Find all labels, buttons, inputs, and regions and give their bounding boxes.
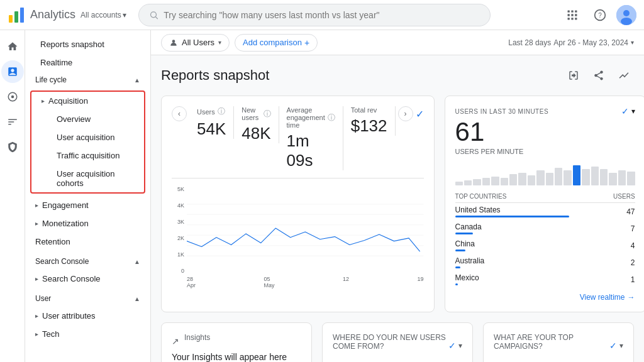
nav-item-user-attributes[interactable]: ▸ User attributes <box>25 307 145 325</box>
sidebar-item-configure[interactable] <box>1 136 24 158</box>
nav-section-lifecycle: Life cycle ▲ ▸ Acquisition Overview User… <box>25 72 150 251</box>
search-console-collapse-icon: ▲ <box>134 258 140 265</box>
svg-rect-12 <box>571 18 573 19</box>
new-users-header: WHERE DO YOUR NEW USERS COME FROM? ✓ ▾ <box>333 333 462 358</box>
realtime-actions: ✓ ▾ <box>621 106 635 116</box>
mini-bar-5 <box>491 177 499 185</box>
mini-bar-3 <box>473 179 480 185</box>
sidebar-item-explore[interactable] <box>1 85 24 108</box>
help-icon-button[interactable]: ? <box>589 4 611 26</box>
users-info-icon[interactable]: ⓘ <box>218 106 225 117</box>
lifecycle-header[interactable]: Life cycle ▲ <box>25 72 150 88</box>
user-collapse-icon: ▲ <box>134 295 140 302</box>
metric-engagement-value: 1m 09s <box>287 131 335 170</box>
chart-canvas: 28Apr 05May 12 19 <box>187 186 424 288</box>
bottom-cards: ↗ Insights Your Insights will appear her… <box>161 322 634 362</box>
table-row: Canada 7 <box>455 220 635 237</box>
svg-rect-7 <box>575 10 577 12</box>
add-comparison-button[interactable]: Add comparison + <box>235 34 318 52</box>
metric-revenue: Total rev $132 <box>343 106 396 136</box>
mini-bar-2 <box>464 180 472 185</box>
main-content: All Users ▾ Add comparison + Last 28 day… <box>151 30 644 362</box>
metrics-prev-button[interactable]: ‹ <box>172 106 187 121</box>
nav-item-reports-snapshot[interactable]: Reports snapshot <box>25 35 145 53</box>
campaigns-actions: ✓ ▾ <box>609 341 623 351</box>
date-range[interactable]: Last 28 days Apr 26 - May 23, 2024 ▾ <box>508 38 634 47</box>
countries-table: TOP COUNTRIES USERS United States 47 <box>455 190 635 288</box>
nav-item-realtime[interactable]: Realtime <box>25 53 145 72</box>
sidebar-icons <box>0 30 25 362</box>
svg-rect-11 <box>568 18 570 19</box>
nav-item-engagement[interactable]: ▸ Engagement <box>25 196 145 214</box>
main-layout: Reports snapshot Realtime Life cycle ▲ ▸… <box>0 30 644 362</box>
metric-new-users-label: New users ⓘ <box>242 106 270 121</box>
realtime-header: USERS IN LAST 30 MINUTES ✓ ▾ <box>455 106 635 116</box>
insights-card-title: Insights <box>184 333 210 342</box>
date-bar: All Users ▾ Add comparison + Last 28 day… <box>151 30 644 55</box>
nav-item-user-acquisition[interactable]: User acquisition <box>31 128 144 146</box>
mini-bar-6 <box>501 178 508 185</box>
all-users-filter[interactable]: All Users ▾ <box>161 34 230 52</box>
svg-rect-5 <box>568 10 570 12</box>
svg-rect-10 <box>575 14 577 16</box>
compare-icon-button[interactable] <box>564 65 584 85</box>
content-actions <box>564 65 634 85</box>
new-users-check-icon[interactable]: ✓ <box>448 341 456 351</box>
insights-title-area: ↗ Insights <box>172 333 210 349</box>
user-header[interactable]: User ▲ <box>25 290 150 307</box>
metric-new-users: New users ⓘ 48K <box>234 106 279 143</box>
search-bar[interactable] <box>138 4 491 26</box>
sidebar-item-home[interactable] <box>1 35 24 58</box>
insights-card: ↗ Insights Your Insights will appear her… <box>161 322 312 362</box>
insights-trend-icon: ↗ <box>172 336 179 346</box>
countries-col-header: TOP COUNTRIES <box>455 190 582 203</box>
search-input[interactable] <box>164 10 480 20</box>
search-icon <box>149 10 158 20</box>
insights-heading: Your Insights will appear here soon. <box>172 352 301 362</box>
nav-item-user-acquisition-cohorts[interactable]: User acquisition cohorts <box>31 165 144 192</box>
users-col-header: USERS <box>582 190 635 203</box>
country-bar-au <box>455 266 460 268</box>
share-icon <box>593 70 604 81</box>
metric-users: Users ⓘ 54K <box>189 106 234 139</box>
sidebar-item-reports[interactable] <box>1 60 24 83</box>
metrics-next-button[interactable]: › <box>398 106 413 121</box>
new-users-info-icon[interactable]: ⓘ <box>264 109 271 119</box>
nav-item-traffic-acquisition[interactable]: Traffic acquisition <box>31 146 144 165</box>
new-users-more-icon[interactable]: ▾ <box>458 341 462 350</box>
metric-users-value: 54K <box>197 119 226 139</box>
share-icon-button[interactable] <box>589 65 609 85</box>
metric-engagement: Average engagement time ⓘ 1m 09s <box>279 106 343 170</box>
nav-item-overview[interactable]: Overview <box>31 110 144 128</box>
svg-point-17 <box>623 10 630 16</box>
campaigns-more-icon[interactable]: ▾ <box>619 341 623 350</box>
nav-item-retention[interactable]: Retention <box>25 233 145 251</box>
nav-section-user: User ▲ ▸ User attributes ▸ Tech <box>25 290 150 343</box>
realtime-card: USERS IN LAST 30 MINUTES ✓ ▾ 61 USERS PE… <box>445 96 644 312</box>
chart-svg <box>187 186 424 274</box>
add-icon: + <box>304 38 309 48</box>
metrics-check-icon[interactable]: ✓ <box>416 108 424 120</box>
nav-section-search-console: Search Console ▲ ▸ Search Console <box>25 253 150 288</box>
view-realtime-link[interactable]: View realtime → <box>455 293 635 302</box>
sidebar-item-advertising[interactable] <box>1 111 24 133</box>
nav-item-search-console[interactable]: ▸ Search Console <box>25 270 145 288</box>
realtime-label: USERS IN LAST 30 MINUTES <box>455 108 549 115</box>
metric-revenue-value: $132 <box>351 116 387 136</box>
realtime-more-icon[interactable]: ▾ <box>631 107 635 116</box>
lifecycle-collapse-icon: ▲ <box>134 77 140 84</box>
mini-bar-7 <box>509 174 517 185</box>
nav-item-acquisition[interactable]: ▸ Acquisition <box>31 92 144 110</box>
campaigns-check-icon[interactable]: ✓ <box>609 341 617 351</box>
apps-icon-button[interactable] <box>561 4 584 26</box>
user-avatar[interactable] <box>616 5 636 25</box>
metrics-nav: › ✓ <box>398 106 424 121</box>
realtime-check-icon[interactable]: ✓ <box>621 106 629 116</box>
nav-item-tech[interactable]: ▸ Tech <box>25 325 145 343</box>
customize-icon-button[interactable] <box>614 65 634 85</box>
search-console-header[interactable]: Search Console ▲ <box>25 253 150 270</box>
all-accounts[interactable]: All accounts ▾ <box>80 11 126 19</box>
topbar: Analytics All accounts ▾ ? <box>0 0 644 30</box>
nav-item-monetization[interactable]: ▸ Monetization <box>25 214 145 233</box>
engagement-info-icon[interactable]: ⓘ <box>328 112 335 123</box>
